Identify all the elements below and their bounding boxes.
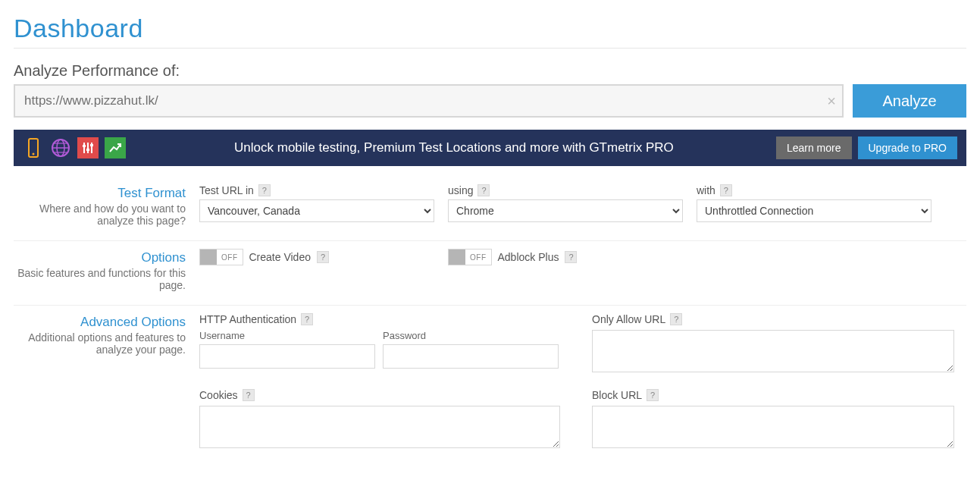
help-icon[interactable]: ? — [477, 184, 490, 196]
help-icon[interactable]: ? — [301, 313, 313, 325]
pro-banner: Unlock mobile testing, Premium Test Loca… — [14, 130, 966, 166]
create-video-toggle[interactable]: OFF — [199, 249, 243, 265]
url-input[interactable] — [14, 84, 844, 118]
browser-select[interactable]: Chrome — [448, 199, 683, 222]
username-label: Username — [199, 330, 375, 341]
pro-banner-icons — [23, 137, 126, 158]
only-allow-url-label: Only Allow URL — [592, 313, 665, 325]
cookies-label: Cookies — [199, 389, 238, 401]
svg-point-1 — [33, 153, 35, 155]
username-input[interactable] — [199, 344, 375, 369]
pro-banner-text: Unlock mobile testing, Premium Test Loca… — [132, 140, 776, 155]
help-icon[interactable]: ? — [243, 389, 255, 401]
advanced-desc: Additional options and features to analy… — [14, 331, 186, 356]
options-title: Options — [14, 250, 186, 265]
svg-rect-12 — [90, 144, 93, 146]
help-icon[interactable]: ? — [647, 389, 659, 401]
help-icon[interactable]: ? — [317, 251, 329, 263]
url-input-wrap: × — [14, 84, 844, 118]
analyze-button[interactable]: Analyze — [853, 84, 966, 118]
analyze-section-label: Analyze Performance of: — [14, 62, 966, 80]
cookies-textarea[interactable] — [199, 406, 560, 448]
clear-icon[interactable]: × — [827, 93, 836, 108]
http-auth-label: HTTP Authentication — [199, 313, 296, 325]
with-label: with — [697, 184, 715, 196]
test-url-in-label: Test URL in — [199, 184, 254, 196]
chart-up-icon — [105, 137, 126, 158]
advanced-title: Advanced Options — [14, 315, 186, 330]
divider — [14, 48, 966, 49]
mobile-icon — [23, 137, 44, 158]
block-url-label: Block URL — [592, 389, 642, 401]
help-icon[interactable]: ? — [720, 184, 732, 196]
svg-rect-10 — [83, 145, 86, 147]
connection-select[interactable]: Unthrottled Connection — [697, 199, 931, 222]
globe-icon — [50, 137, 71, 158]
password-input[interactable] — [383, 344, 559, 369]
page-title: Dashboard — [14, 14, 966, 43]
help-icon[interactable]: ? — [670, 313, 682, 325]
location-select[interactable]: Vancouver, Canada — [199, 199, 434, 222]
options-desc: Basic features and functions for this pa… — [14, 267, 186, 291]
svg-rect-11 — [86, 149, 89, 151]
test-format-title: Test Format — [14, 186, 186, 201]
adblock-label: Adblock Plus — [498, 251, 559, 263]
learn-more-button[interactable]: Learn more — [776, 137, 852, 159]
help-icon[interactable]: ? — [258, 184, 271, 196]
only-allow-url-textarea[interactable] — [592, 330, 954, 372]
create-video-label: Create Video — [249, 251, 311, 263]
test-format-desc: Where and how do you want to analyze thi… — [14, 202, 186, 227]
using-label: using — [448, 184, 473, 196]
password-label: Password — [383, 330, 559, 341]
upgrade-pro-button[interactable]: Upgrade to PRO — [858, 137, 958, 159]
block-url-textarea[interactable] — [592, 406, 954, 448]
adblock-toggle[interactable]: OFF — [448, 249, 492, 265]
help-icon[interactable]: ? — [565, 251, 577, 263]
sliders-icon — [77, 137, 99, 158]
